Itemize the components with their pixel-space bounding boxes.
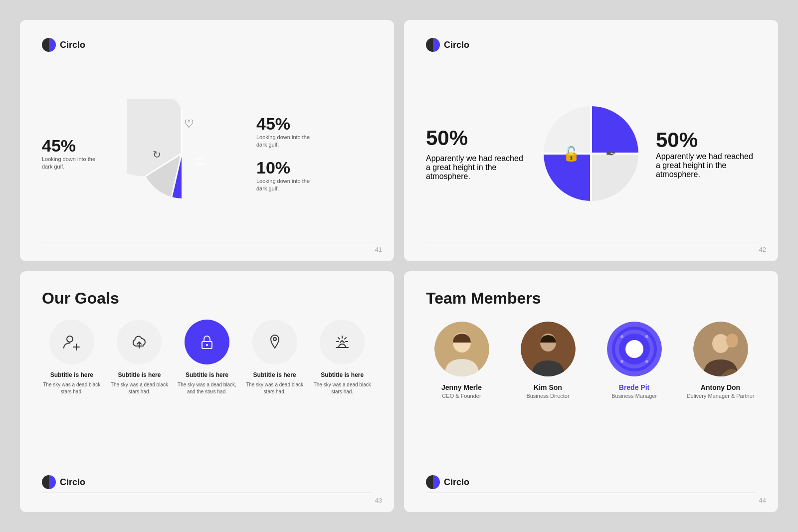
goal-circle-4 <box>252 320 297 364</box>
refresh-icon: ↻ <box>153 149 161 161</box>
member3-name: Brede Pit <box>619 383 649 391</box>
add-user-icon <box>63 333 81 351</box>
avatar-kim-svg <box>521 322 576 376</box>
slide2-number: 42 <box>759 246 766 253</box>
goal-item-1: Subtitle is here The sky was a dead blac… <box>42 320 102 395</box>
svg-point-30 <box>645 360 648 363</box>
logo-text-4: Circlo <box>444 477 469 488</box>
slide1-stat1-desc: Looking down into the dark gulf. <box>256 134 321 149</box>
svg-point-6 <box>67 336 73 342</box>
slide2-left-desc: Apparently we had reached a great height… <box>426 154 526 181</box>
team-row: Jenny Merle CEO & Founder Kim Son Busine… <box>426 322 756 399</box>
member4-name: Antony Don <box>701 383 740 391</box>
goal-circle-3 <box>185 320 229 364</box>
goal-item-2: Subtitle is here The sky was a dead blac… <box>110 320 170 395</box>
logo-icon-4 <box>426 475 440 489</box>
member1-name: Jenny Merle <box>441 383 482 391</box>
goal5-desc: The sky was a dead black stars had. <box>312 381 372 395</box>
slide1-left-desc: Looking down into the dark gulf. <box>42 156 107 171</box>
slide2-left-pct: 50% <box>426 126 526 150</box>
slide1-left-stat: 45% Looking down into the dark gulf. <box>42 136 107 171</box>
lock-icon: 🔓 <box>563 145 580 162</box>
slide2-left-stats: 50% Apparently we had reached a great he… <box>426 126 526 181</box>
slide3-logo-bottom: Circlo <box>42 475 85 489</box>
avatar-brede <box>607 322 662 376</box>
slide2-right-pct: 50% <box>656 128 756 152</box>
slide1-stat1-pct: 45% <box>256 114 321 134</box>
slide1-number: 41 <box>375 246 382 253</box>
slide-3: Our Goals Subtitle is here The sky was a… <box>20 271 394 513</box>
svg-point-11 <box>206 344 208 346</box>
cloud-upload-icon <box>130 333 148 351</box>
svg-point-27 <box>620 335 623 338</box>
slide-2: Circlo 50% Apparently we had reached a g… <box>404 20 778 261</box>
slide1-right-stats: 45% Looking down into the dark gulf. 10%… <box>256 114 321 193</box>
team-member-2: Kim Son Business Director <box>512 322 584 399</box>
svg-point-29 <box>620 360 623 363</box>
goal2-subtitle: Subtitle is here <box>118 371 161 378</box>
avatar-jenny <box>434 322 489 376</box>
slide2-content: 50% Apparently we had reached a great he… <box>426 60 756 247</box>
goal1-subtitle: Subtitle is here <box>50 371 93 378</box>
slide4-title: Team Members <box>426 289 756 308</box>
slide2-right-desc: Apparently we had reached a great height… <box>656 152 756 179</box>
svg-point-32 <box>712 334 729 353</box>
slide2-bottom-line <box>426 242 756 242</box>
slide4-bottom-line <box>426 493 756 493</box>
location-icon <box>266 333 284 351</box>
feather-icon: ✒ <box>605 146 616 161</box>
svg-point-33 <box>726 334 738 348</box>
member2-role: Business Director <box>526 393 569 399</box>
team-member-3: Brede Pit Business Manager <box>598 322 670 399</box>
pie-svg <box>127 99 236 208</box>
goal-circle-1 <box>49 320 94 364</box>
logo-icon <box>42 38 56 52</box>
member2-name: Kim Son <box>534 383 562 391</box>
goal4-desc: The sky was a dead black stars had. <box>245 381 305 395</box>
slide1-stat-1: 45% Looking down into the dark gulf. <box>256 114 321 149</box>
avatar-antony-svg <box>693 322 748 376</box>
sunrise-icon <box>333 333 351 351</box>
svg-point-12 <box>273 338 276 341</box>
slide1-content: 45% Looking down into the dark gulf. ♡ ↻ <box>42 60 372 247</box>
goal-item-5: Subtitle is here The sky was a dead blac… <box>312 320 372 395</box>
avatar-jenny-svg <box>434 322 489 376</box>
avatar-kim <box>521 322 576 376</box>
svg-line-16 <box>338 338 340 339</box>
slide3-number: 43 <box>375 497 382 504</box>
goal-item-3: Subtitle is here The sky was a dead blac… <box>177 320 237 395</box>
slide2-logo: Circlo <box>426 38 756 52</box>
slide1-logo: Circlo <box>42 38 372 52</box>
slide3-bottom-line <box>42 493 372 493</box>
goal-item-4: Subtitle is here The sky was a dead blac… <box>245 320 305 395</box>
slide2-pie: 🔓 ✒ <box>536 99 646 208</box>
logo-icon-2 <box>426 38 440 52</box>
slide1-pie: ♡ ↻ ⛱ <box>127 99 236 208</box>
logo-text-2: Circlo <box>444 40 469 50</box>
goal4-subtitle: Subtitle is here <box>253 371 296 378</box>
slide-1: Circlo 45% Looking down into the dark gu… <box>20 20 394 261</box>
goal3-desc: The sky was a dead black, and the stars … <box>177 381 237 395</box>
team-member-1: Jenny Merle CEO & Founder <box>426 322 497 399</box>
team-member-4: Antony Don Delivery Manager & Partner <box>685 322 756 399</box>
svg-point-26 <box>625 340 643 358</box>
goals-row: Subtitle is here The sky was a dead blac… <box>42 320 372 395</box>
slide2-pie-svg <box>536 99 646 208</box>
slide1-stat2-pct: 10% <box>256 158 321 177</box>
avatar-antony <box>693 322 748 376</box>
member1-role: CEO & Founder <box>442 393 481 399</box>
goal5-subtitle: Subtitle is here <box>321 371 364 378</box>
slide2-right-stats: 50% Apparently we had reached a great he… <box>656 128 756 179</box>
slide4-number: 44 <box>759 497 766 504</box>
slide1-stat-2: 10% Looking down into the dark gulf. <box>256 158 321 193</box>
goal2-desc: The sky was a dead black stars had. <box>110 381 170 395</box>
logo-text: Circlo <box>60 40 85 50</box>
svg-point-28 <box>645 335 648 338</box>
avatar-brede-svg <box>607 322 662 376</box>
slide1-stat2-desc: Looking down into the dark gulf. <box>256 177 321 193</box>
member4-role: Delivery Manager & Partner <box>687 393 755 399</box>
svg-line-17 <box>345 338 346 339</box>
slide4-logo-bottom: Circlo <box>426 475 469 489</box>
logo-icon-3 <box>42 475 56 489</box>
goal-circle-2 <box>117 320 162 364</box>
